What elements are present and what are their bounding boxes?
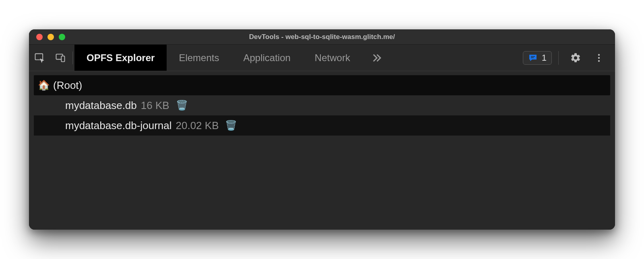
- tab-network[interactable]: Network: [303, 45, 362, 71]
- file-name: mydatabase.db: [65, 99, 137, 112]
- trash-icon: 🗑️: [176, 100, 188, 111]
- toolbar-right: 1: [523, 49, 615, 67]
- delete-file-button[interactable]: 🗑️: [225, 120, 237, 131]
- tab-elements[interactable]: Elements: [167, 45, 231, 71]
- maximize-window-button[interactable]: [59, 34, 65, 40]
- svg-rect-0: [35, 53, 43, 60]
- devtools-toolbar: OPFS Explorer Elements Application Netwo…: [29, 45, 615, 71]
- tab-opfs-explorer[interactable]: OPFS Explorer: [74, 45, 167, 71]
- file-size: 20.02 KB: [176, 119, 219, 132]
- delete-file-button[interactable]: 🗑️: [176, 100, 188, 111]
- inspect-icon: [34, 52, 45, 64]
- tab-label: Elements: [179, 52, 219, 64]
- device-icon: [55, 52, 66, 64]
- svg-point-6: [598, 57, 600, 58]
- trash-icon: 🗑️: [225, 120, 237, 131]
- svg-rect-2: [61, 56, 64, 62]
- tab-label: OPFS Explorer: [87, 52, 155, 64]
- more-options-button[interactable]: [588, 49, 609, 67]
- minimize-window-button[interactable]: [47, 34, 54, 40]
- settings-button[interactable]: [565, 49, 586, 67]
- toolbar-divider: [72, 51, 73, 64]
- vertical-dots-icon: [594, 53, 604, 63]
- device-toolbar-button[interactable]: [50, 49, 71, 67]
- devtools-tabs: OPFS Explorer Elements Application Netwo…: [74, 45, 390, 71]
- home-icon: 🏠: [38, 80, 50, 91]
- toolbar-divider: [558, 51, 559, 65]
- issues-count: 1: [542, 53, 547, 63]
- svg-point-7: [598, 60, 600, 62]
- window-titlebar[interactable]: DevTools - web-sql-to-sqlite-wasm.glitch…: [29, 29, 615, 45]
- more-tabs-button[interactable]: [362, 45, 390, 71]
- gear-icon: [570, 52, 581, 64]
- tree-file-row[interactable]: mydatabase.db-journal 20.02 KB 🗑️: [34, 115, 610, 136]
- opfs-explorer-panel: 🏠 (Root) mydatabase.db 16 KB 🗑️ mydataba…: [29, 71, 615, 230]
- traffic-lights: [29, 34, 65, 40]
- close-window-button[interactable]: [36, 34, 43, 40]
- svg-point-5: [598, 54, 600, 56]
- file-size: 16 KB: [141, 99, 169, 112]
- tree-root-row[interactable]: 🏠 (Root): [34, 75, 610, 95]
- tree-file-row[interactable]: mydatabase.db 16 KB 🗑️: [34, 95, 610, 115]
- window-title: DevTools - web-sql-to-sqlite-wasm.glitch…: [29, 33, 615, 41]
- devtools-window: DevTools - web-sql-to-sqlite-wasm.glitch…: [29, 29, 615, 230]
- tab-label: Application: [243, 52, 290, 64]
- root-label: (Root): [53, 79, 82, 92]
- message-icon: [528, 53, 538, 63]
- tab-application[interactable]: Application: [231, 45, 302, 71]
- issues-badge[interactable]: 1: [523, 51, 552, 65]
- chevron-double-right-icon: [370, 52, 382, 64]
- tab-label: Network: [315, 52, 350, 64]
- inspect-element-button[interactable]: [29, 49, 50, 67]
- file-name: mydatabase.db-journal: [65, 119, 172, 132]
